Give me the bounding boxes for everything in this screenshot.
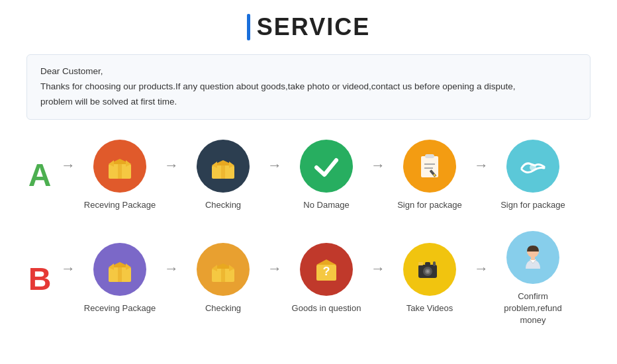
svg-rect-26 — [221, 269, 225, 282]
notice-line1: Dear Customer, — [40, 64, 577, 79]
svg-rect-21 — [118, 267, 122, 282]
svg-rect-9 — [221, 165, 225, 179]
title-text: SERVICE — [257, 13, 370, 41]
title-bar — [247, 14, 250, 40]
svg-rect-34 — [425, 262, 430, 265]
svg-point-16 — [530, 164, 536, 171]
page-title: SERVICE — [26, 13, 591, 41]
arrow-b4: → — [474, 260, 489, 297]
step-b4-label: Take Videos — [406, 302, 453, 314]
step-b4-circle — [403, 243, 456, 296]
svg-rect-11 — [425, 154, 434, 158]
step-a4-circle — [403, 140, 456, 193]
notice-line3: problem will be solved at first time. — [40, 95, 577, 110]
arrow-b0: → — [61, 260, 75, 297]
flow-a-step-5: Sign for package — [490, 140, 576, 211]
arrow-a3: → — [371, 157, 385, 194]
flow-b-steps: Receving Package → Checking → — [77, 231, 591, 327]
step-a5-label: Sign for package — [500, 199, 565, 211]
arrow-b1: → — [164, 260, 179, 297]
svg-rect-35 — [418, 262, 423, 265]
flow-b-step-3: ? Goods in question — [283, 243, 369, 314]
step-a1-circle — [93, 140, 146, 193]
step-b1-circle — [93, 243, 146, 296]
step-b5-label: Confirm problem,refund money — [490, 291, 576, 327]
flow-b-step-4: Take Videos — [387, 243, 473, 314]
flow-a-steps: Receving Package → Checking → — [77, 140, 591, 211]
step-b3-circle: ? — [300, 243, 353, 296]
svg-rect-36 — [433, 261, 436, 266]
arrow-b2: → — [267, 260, 282, 297]
step-b5-circle — [506, 231, 559, 284]
flow-b-step-1: Receving Package — [77, 243, 163, 314]
flow-b-letter: B — [26, 261, 53, 297]
flow-a-step-2: Checking — [180, 140, 266, 211]
svg-rect-38 — [531, 255, 535, 260]
svg-rect-10 — [421, 156, 438, 177]
step-b2-label: Checking — [205, 302, 241, 314]
svg-point-33 — [426, 270, 429, 273]
flow-b-step-5: Confirm problem,refund money — [490, 231, 576, 327]
flow-a-step-1: Receving Package — [77, 140, 163, 211]
flow-b-step-2: Checking — [180, 243, 266, 314]
flow-a-step-4: Sign for package — [387, 140, 473, 211]
arrow-a4: → — [474, 157, 489, 194]
step-a4-label: Sign for package — [397, 199, 462, 211]
svg-text:?: ? — [323, 265, 330, 278]
arrow-b3: → — [371, 260, 385, 297]
flow-a-letter: A — [26, 157, 53, 193]
flow-a-step-3: No Damage — [283, 140, 369, 211]
arrow-a0: → — [61, 157, 75, 194]
step-b3-label: Goods in question — [292, 302, 361, 314]
notice-box: Dear Customer, Thanks for choosing our p… — [26, 54, 591, 120]
arrow-a1: → — [164, 157, 179, 194]
step-a3-circle — [300, 140, 353, 193]
flow-a: A → Receving Package → — [26, 140, 591, 211]
step-a2-label: Checking — [205, 199, 241, 211]
flow-b: B → Receving Package → — [26, 231, 591, 327]
svg-marker-28 — [316, 259, 336, 265]
svg-rect-4 — [118, 164, 122, 179]
arrow-a2: → — [267, 157, 282, 194]
step-a3-label: No Damage — [303, 199, 349, 211]
step-a1-label: Receving Package — [84, 199, 156, 211]
step-a2-circle — [197, 140, 250, 193]
step-a5-circle — [506, 140, 559, 193]
notice-line2: Thanks for choosing our products.If any … — [40, 79, 577, 95]
step-b1-label: Receving Package — [84, 302, 156, 314]
step-b2-circle — [197, 243, 250, 296]
